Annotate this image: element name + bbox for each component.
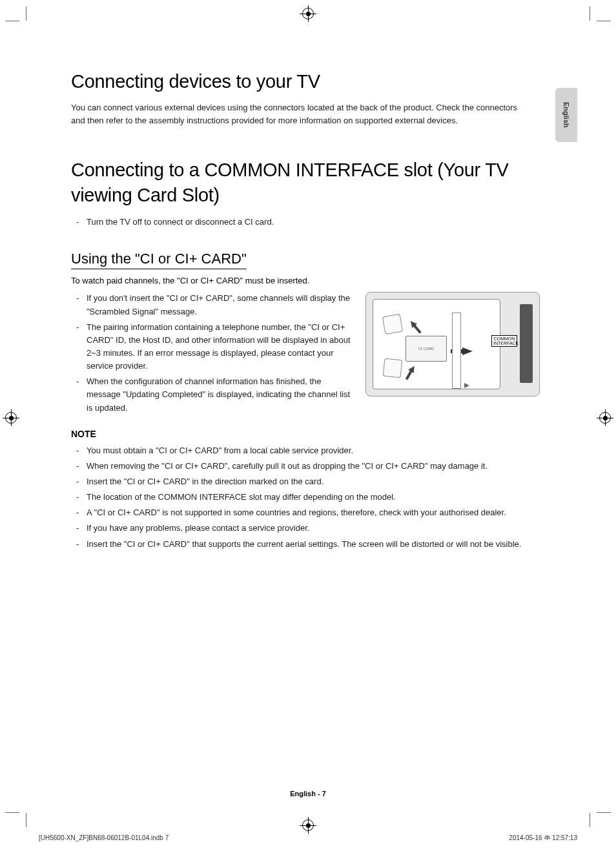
crop-mark [26, 6, 26, 21]
list-item: Turn the TV off to connect or disconnect… [76, 216, 545, 229]
hand-icon [383, 358, 403, 378]
figure-panel: CI CARD [373, 299, 500, 389]
crop-mark [5, 812, 19, 813]
ci-usage-list: If you don't insert the "CI or CI+ CARD"… [71, 292, 355, 414]
heading-connecting-devices: Connecting devices to your TV [71, 71, 545, 92]
intro-paragraph: You can connect various external devices… [71, 101, 523, 127]
arrow-right-icon [464, 383, 469, 388]
registration-mark-icon [599, 412, 611, 424]
registration-mark-icon [302, 819, 314, 831]
list-item: If you don't insert the "CI or CI+ CARD"… [76, 292, 355, 318]
slot-graphic [452, 313, 461, 389]
crop-mark [26, 813, 26, 827]
slot-label: COMMON INTERFACE [491, 335, 517, 347]
list-item: If you have any problems, please contact… [76, 522, 545, 535]
note-list: You must obtain a "CI or CI+ CARD" from … [71, 444, 545, 551]
list-item: When the configuration of channel inform… [76, 375, 355, 414]
registration-mark-icon [302, 8, 314, 19]
print-footer: [UH5600-XN_ZF]BN68-06012B-01L04.indb 7 2… [39, 834, 577, 841]
arrow-icon [408, 365, 417, 374]
list-item: The pairing information containing a tel… [76, 321, 355, 373]
list-item: You must obtain a "CI or CI+ CARD" from … [76, 444, 545, 457]
registration-mark-icon [5, 412, 17, 424]
list-item: Insert the "CI or CI+ CARD" in the direc… [76, 475, 545, 488]
ci-card-graphic: CI CARD [406, 336, 447, 362]
heading-common-interface: Connecting to a COMMON INTERFACE slot (Y… [71, 158, 542, 208]
arrow-right-icon [462, 347, 473, 355]
subheading-using-ci-card: Using the "CI or CI+ CARD" [71, 251, 247, 269]
list-item: A "CI or CI+ CARD" is not supported in s… [76, 506, 545, 519]
note-heading: NOTE [71, 429, 545, 439]
crop-mark [590, 6, 590, 21]
page-content: Connecting devices to your TV You can co… [39, 39, 577, 801]
hand-icon [382, 314, 403, 334]
crop-mark [597, 21, 611, 21]
list-item: When removing the "CI or CI+ CARD", care… [76, 460, 545, 473]
crop-mark [590, 813, 590, 827]
sub-intro-text: To watch paid channels, the "CI or CI+ C… [71, 276, 545, 285]
list-item: The location of the COMMON INTERFACE slo… [76, 491, 545, 504]
page-number-footer: English - 7 [0, 790, 616, 797]
interface-slot-graphic [520, 304, 533, 383]
list-item: Insert the "CI or CI+ CARD" that support… [76, 538, 545, 551]
ci-card-insertion-figure: CI CARD COMMON INTERFACE [365, 292, 540, 396]
ci-precaution-list: Turn the TV off to connect or disconnect… [71, 216, 545, 229]
crop-mark [5, 21, 19, 21]
print-file-name: [UH5600-XN_ZF]BN68-06012B-01L04.indb 7 [39, 834, 169, 841]
crop-mark [597, 812, 611, 813]
ci-card-label: CI CARD [418, 347, 435, 351]
print-timestamp: 2014-05-16 𐄷 12:57:13 [509, 834, 577, 841]
arrow-icon [408, 319, 417, 328]
